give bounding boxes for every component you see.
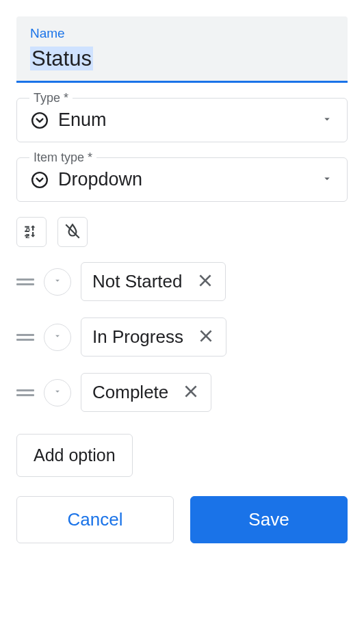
type-select[interactable]: Type * Enum: [16, 98, 348, 142]
dropdown-type-icon: [31, 171, 49, 189]
option-chip[interactable]: Not Started: [81, 262, 226, 301]
svg-text:Z: Z: [25, 231, 29, 239]
type-select-label: Type *: [29, 91, 73, 105]
color-off-icon: [64, 222, 81, 242]
item-type-select[interactable]: Item type * Dropdown: [16, 157, 348, 202]
toggle-colors-button[interactable]: [57, 217, 88, 247]
option-label: In Progress: [92, 326, 183, 348]
cancel-button[interactable]: Cancel: [16, 496, 174, 543]
option-label: Not Started: [92, 271, 183, 292]
add-option-button[interactable]: Add option: [16, 434, 133, 477]
option-style-button[interactable]: [44, 324, 71, 351]
sort-az-icon: AZ: [23, 222, 40, 242]
type-select-value: Enum: [58, 109, 321, 131]
svg-text:A: A: [25, 224, 30, 231]
option-row: Complete: [16, 373, 348, 412]
item-type-select-label: Item type *: [29, 151, 96, 165]
remove-option-button[interactable]: [197, 327, 215, 347]
drag-handle-icon[interactable]: [16, 389, 34, 396]
close-icon: [196, 272, 214, 291]
name-field[interactable]: Name Status: [16, 16, 348, 83]
close-icon: [197, 327, 215, 347]
option-row: In Progress: [16, 318, 348, 357]
option-chip[interactable]: In Progress: [81, 318, 226, 357]
chevron-down-icon: [321, 113, 333, 128]
item-type-select-value: Dropdown: [58, 169, 321, 190]
footer-buttons: Cancel Save: [16, 496, 348, 543]
chevron-down-icon: [53, 387, 62, 398]
option-row: Not Started: [16, 262, 348, 301]
drag-handle-icon[interactable]: [16, 334, 34, 341]
chevron-down-icon: [321, 172, 333, 187]
remove-option-button[interactable]: [196, 272, 214, 291]
option-style-button[interactable]: [44, 379, 71, 406]
svg-point-0: [32, 113, 47, 128]
enum-type-icon: [31, 112, 49, 129]
svg-point-1: [32, 172, 47, 187]
option-style-button[interactable]: [44, 268, 71, 296]
close-icon: [182, 383, 200, 402]
chevron-down-icon: [53, 331, 62, 343]
drag-handle-icon[interactable]: [16, 278, 34, 285]
save-button[interactable]: Save: [190, 496, 348, 543]
remove-option-button[interactable]: [182, 383, 200, 402]
name-label: Name: [30, 26, 334, 41]
options-toolbar: AZ: [16, 217, 348, 247]
option-chip[interactable]: Complete: [81, 373, 211, 412]
name-value: Status: [30, 47, 93, 70]
sort-options-button[interactable]: AZ: [16, 217, 47, 247]
option-label: Complete: [92, 382, 168, 403]
chevron-down-icon: [53, 276, 62, 287]
